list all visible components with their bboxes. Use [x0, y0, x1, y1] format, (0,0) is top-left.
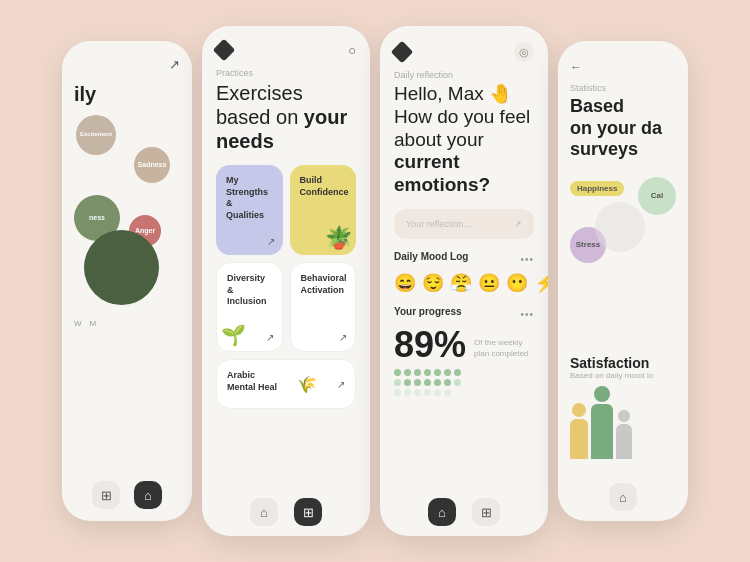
confidence-title: BuildConfidence — [300, 175, 347, 198]
exercises-title: Exercisesbased on yourneeds — [216, 81, 356, 153]
grid-nav-3[interactable]: ⊞ — [472, 498, 500, 526]
home-nav-3[interactable]: ⌂ — [428, 498, 456, 526]
phone-reflection: ◎ Daily reflection Hello, Max 🤚How do yo… — [380, 26, 548, 536]
diversity-card[interactable]: Diversity& Inclusion 🌱 ↗ — [216, 262, 283, 352]
home-icon-btn[interactable]: ⌂ — [250, 498, 278, 526]
mood-log-header: Daily Mood Log ••• — [394, 251, 534, 268]
bottom-nav-1: ⊞ ⌂ — [62, 481, 192, 509]
bubble-chart: Excitement Sadness ness Anger — [74, 115, 180, 315]
person-3 — [616, 410, 632, 459]
excitement-bubble: Excitement — [76, 115, 116, 155]
progress-title: Your progress — [394, 306, 462, 317]
arabic-card[interactable]: ArabicMental Heal 🌾 ↗ — [216, 359, 356, 409]
confidence-arrow: ↗ — [340, 236, 348, 247]
progress-percent: 89% — [394, 327, 466, 363]
gray-bubble — [595, 202, 645, 252]
reflection-input[interactable]: Your reflection... ↗ — [394, 209, 534, 239]
mood-happy[interactable]: 😄 — [394, 272, 416, 294]
arabic-arrow: ↗ — [337, 379, 345, 390]
mood-energy[interactable]: ⚡ — [534, 272, 548, 294]
strengths-arrow: ↗ — [267, 236, 275, 247]
reflection-label: Daily reflection — [394, 70, 534, 80]
arabic-illustration: 🌾 — [297, 375, 317, 394]
logo-icon-3 — [391, 41, 414, 64]
back-button[interactable]: ← — [570, 60, 582, 74]
phone3-header: ◎ — [394, 42, 534, 62]
strengths-card[interactable]: My Strengths& Qualities ↗ — [216, 165, 283, 255]
mood-log-title: Daily Mood Log — [394, 251, 468, 262]
practices-label: Practices — [216, 68, 356, 78]
statistics-title: Basedon your dasurveys — [570, 96, 676, 161]
happiness-label: Happiness — [570, 181, 624, 196]
daily-title: ily — [74, 82, 180, 107]
behavioral-card[interactable]: BehavioralActivation ↗ — [290, 262, 357, 352]
bottom-nav-4: ⌂ — [558, 483, 688, 511]
phone4-header: ← — [570, 57, 676, 75]
progress-section: Your progress ••• 89% Of the weeklyplan … — [394, 306, 534, 396]
week-indicators: W M — [74, 319, 180, 328]
bottom-nav-3: ⌂ ⊞ — [380, 498, 548, 526]
mood-neutral[interactable]: 😐 — [478, 272, 500, 294]
mood-angry[interactable]: 😤 — [450, 272, 472, 294]
grid-icon-btn[interactable]: ⊞ — [294, 498, 322, 526]
progress-header: Your progress ••• — [394, 306, 534, 323]
behavioral-arrow: ↗ — [339, 332, 347, 343]
diversity-arrow: ↗ — [266, 332, 274, 343]
logo-icon — [213, 39, 236, 62]
strengths-title: My Strengths& Qualities — [226, 175, 273, 222]
stats-labels: Happiness Cal Stress — [570, 167, 676, 347]
reflection-placeholder: Your reflection... — [406, 219, 471, 229]
diversity-illustration: 🌱 — [221, 323, 246, 347]
people-illustration — [570, 386, 676, 459]
home-nav-4[interactable]: ⌂ — [609, 483, 637, 511]
mood-calm[interactable]: 😌 — [422, 272, 444, 294]
confidence-card[interactable]: BuildConfidence 🪴 ↗ — [290, 165, 357, 255]
bottom-nav-2: ⌂ ⊞ — [202, 498, 370, 526]
person-2 — [591, 386, 613, 459]
satisfaction-title: Satisfaction — [570, 355, 676, 371]
progress-desc: Of the weeklyplan completed — [474, 338, 528, 359]
mood-blank[interactable]: 😶 — [506, 272, 528, 294]
satisfaction-sub: Based on daily mood lo — [570, 371, 676, 380]
chart-icon: ↗ — [169, 57, 180, 72]
phone-exercises: ○ Practices Exercisesbased on yourneeds … — [202, 26, 370, 536]
app-container: ↗ ily Excitement Sadness ness Anger — [52, 0, 698, 562]
phone-statistics: ← Statistics Basedon your dasurveys Happ… — [558, 41, 688, 521]
target-icon: ◎ — [514, 42, 534, 62]
grid-nav-btn[interactable]: ⊞ — [92, 481, 120, 509]
mood-row: 😄 😌 😤 😐 😶 ⚡ — [394, 272, 534, 294]
phone2-header: ○ — [216, 42, 356, 58]
phone1-header: ↗ — [74, 57, 180, 72]
greeting-title: Hello, Max 🤚How do you feelabout your cu… — [394, 83, 534, 197]
progress-dots — [394, 369, 464, 396]
week-m: M — [90, 319, 97, 328]
phone-daily: ↗ ily Excitement Sadness ness Anger — [62, 41, 192, 521]
satisfaction-section: Satisfaction Based on daily mood lo — [570, 355, 676, 459]
sadness-bubble: Sadness — [134, 147, 170, 183]
large-green-bubble — [84, 230, 159, 305]
week-w: W — [74, 319, 82, 328]
arabic-title: ArabicMental Heal — [227, 370, 277, 393]
search-icon[interactable]: ○ — [348, 43, 356, 58]
person-1 — [570, 403, 588, 459]
cards-grid: My Strengths& Qualities ↗ BuildConfidenc… — [216, 165, 356, 352]
reflection-arrow: ↗ — [514, 219, 522, 229]
diversity-title: Diversity& Inclusion — [227, 273, 272, 308]
behavioral-title: BehavioralActivation — [301, 273, 346, 296]
home-nav-btn[interactable]: ⌂ — [134, 481, 162, 509]
mood-menu[interactable]: ••• — [520, 254, 534, 265]
progress-menu[interactable]: ••• — [520, 309, 534, 320]
statistics-label: Statistics — [570, 83, 676, 93]
